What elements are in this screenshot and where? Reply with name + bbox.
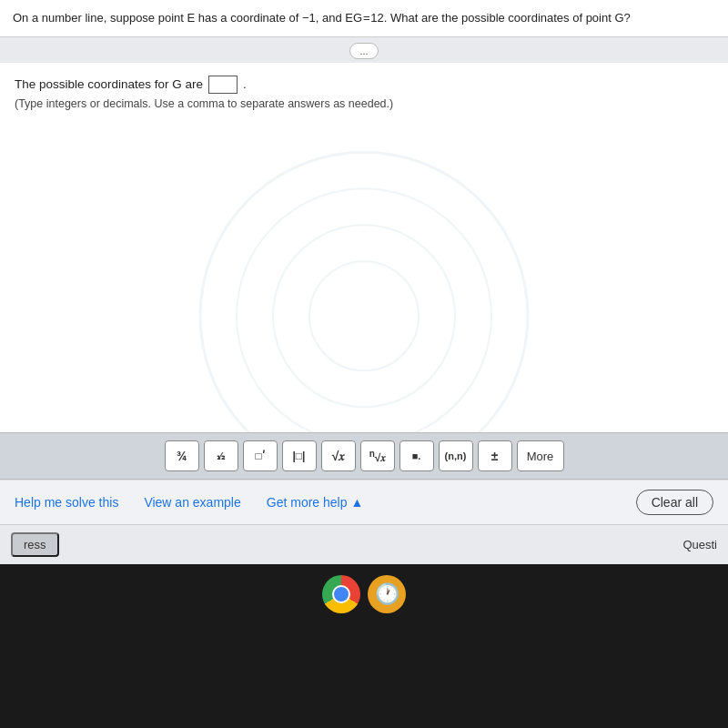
chrome-icon[interactable] bbox=[322, 575, 360, 613]
expand-button[interactable]: ... bbox=[349, 43, 378, 59]
view-example-link[interactable]: View an example bbox=[144, 495, 240, 510]
get-more-help-link[interactable]: Get more help ▲ bbox=[267, 495, 364, 510]
mixed-number-icon: ₁⁄₂ bbox=[217, 450, 226, 462]
more-help-arrow: ▲ bbox=[350, 495, 363, 510]
interval-icon: (n,n) bbox=[445, 450, 467, 461]
more-label: More bbox=[527, 450, 554, 463]
svg-point-3 bbox=[309, 261, 419, 370]
answer-suffix: . bbox=[243, 77, 247, 91]
sqrt-icon: √𝑥 bbox=[332, 449, 345, 464]
answer-prefix: The possible coordinates for G are bbox=[15, 77, 203, 91]
fraction-button[interactable]: ¾ bbox=[165, 440, 199, 471]
math-toolbar: ¾ ₁⁄₂ □ʹ |□| √𝑥 n√𝑥 ■. (n,n) ± More bbox=[0, 432, 728, 480]
get-more-help-label: Get more help bbox=[267, 495, 348, 510]
clear-all-button[interactable]: Clear all bbox=[636, 490, 713, 515]
sqrt-button[interactable]: √𝑥 bbox=[321, 440, 356, 471]
svg-point-2 bbox=[273, 225, 455, 407]
plus-minus-icon: ± bbox=[491, 449, 499, 463]
expand-row: ... bbox=[0, 37, 728, 63]
absolute-value-button[interactable]: |□| bbox=[282, 440, 317, 471]
main-content: On a number line, suppose point E has a … bbox=[0, 0, 728, 564]
action-bar: Help me solve this View an example Get m… bbox=[0, 480, 728, 524]
nth-root-icon: n√𝑥 bbox=[369, 449, 386, 464]
decimal-icon: ■. bbox=[412, 450, 421, 461]
answer-text-line: The possible coordinates for G are . bbox=[15, 76, 713, 94]
taskbar: 🕐 bbox=[0, 564, 728, 728]
view-example-label: View an example bbox=[144, 495, 240, 510]
nav-bar: ress Questi bbox=[0, 524, 728, 564]
interval-button[interactable]: (n,n) bbox=[439, 440, 473, 471]
expand-button-label: ... bbox=[359, 46, 368, 56]
help-solve-label: Help me solve this bbox=[15, 495, 118, 510]
nth-root-button[interactable]: n√𝑥 bbox=[360, 440, 395, 471]
more-button[interactable]: More bbox=[517, 440, 564, 471]
question-header: On a number line, suppose point E has a … bbox=[0, 0, 728, 37]
help-solve-link[interactable]: Help me solve this bbox=[15, 495, 118, 510]
clear-all-label: Clear all bbox=[652, 495, 698, 510]
superscript-button[interactable]: □ʹ bbox=[243, 440, 278, 471]
absolute-value-icon: |□| bbox=[293, 450, 306, 462]
progress-label: ress bbox=[24, 538, 46, 551]
fraction-icon: ¾ bbox=[177, 449, 187, 463]
progress-button[interactable]: ress bbox=[11, 532, 59, 557]
decimal-button[interactable]: ■. bbox=[399, 440, 434, 471]
answer-area: The possible coordinates for G are . (Ty… bbox=[0, 63, 728, 433]
superscript-icon: □ʹ bbox=[255, 450, 264, 462]
question-nav-label: Questi bbox=[682, 538, 717, 551]
question-text: On a number line, suppose point E has a … bbox=[13, 11, 631, 25]
svg-point-1 bbox=[237, 188, 491, 432]
clock-icon[interactable]: 🕐 bbox=[368, 575, 406, 613]
svg-point-0 bbox=[200, 152, 528, 432]
watermark bbox=[0, 108, 728, 433]
mixed-number-button[interactable]: ₁⁄₂ bbox=[204, 440, 238, 471]
plus-minus-button[interactable]: ± bbox=[478, 440, 512, 471]
answer-hint: (Type integers or decimals. Use a comma … bbox=[15, 97, 713, 110]
answer-input[interactable] bbox=[208, 76, 238, 94]
